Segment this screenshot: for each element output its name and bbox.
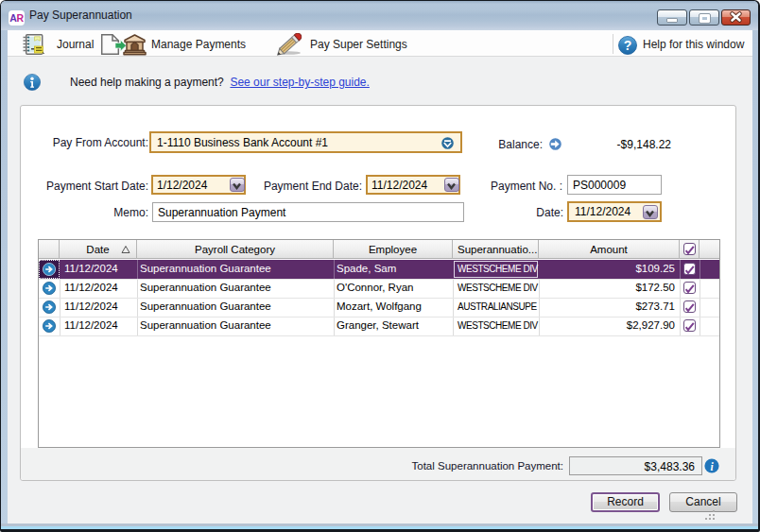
svg-text:?: ? — [624, 38, 632, 53]
